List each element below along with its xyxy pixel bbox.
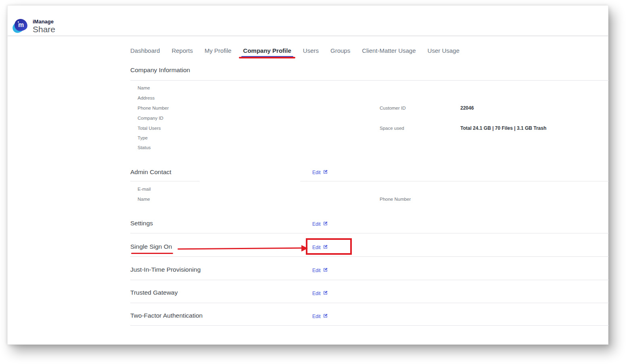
label-address: Address xyxy=(138,96,155,100)
single-sign-on-title: Single Sign On xyxy=(130,243,172,250)
edit-label: Edit xyxy=(312,170,321,175)
company-information-title: Company Information xyxy=(130,67,190,74)
divider xyxy=(130,325,609,326)
tab-user-usage[interactable]: User Usage xyxy=(428,47,460,54)
tab-dashboard[interactable]: Dashboard xyxy=(130,47,160,54)
imanage-logo-icon: m xyxy=(13,19,29,34)
imanage-share-logo: m iManage Share xyxy=(13,19,55,34)
edit-label: Edit xyxy=(312,291,321,296)
edit-icon xyxy=(323,290,328,297)
divider xyxy=(130,80,609,81)
tab-company-profile[interactable]: Company Profile xyxy=(243,47,291,54)
label-admin-phone: Phone Number xyxy=(380,197,411,202)
label-name: Name xyxy=(138,85,150,90)
logo-m-letter: m xyxy=(18,22,24,28)
edit-icon xyxy=(323,169,328,176)
red-annotation-sso-underline xyxy=(131,253,173,254)
trusted-gateway-edit-button[interactable]: Edit xyxy=(312,290,328,297)
tab-company-profile-label: Company Profile xyxy=(243,47,291,54)
label-email: E-mail xyxy=(138,187,151,191)
divider xyxy=(300,181,609,181)
app-header: m iManage Share xyxy=(8,6,608,36)
label-space-used: Space used xyxy=(380,126,404,131)
settings-edit-button[interactable]: Edit xyxy=(312,221,328,227)
label-customer-id: Customer ID xyxy=(380,106,406,110)
settings-title: Settings xyxy=(130,220,153,227)
edit-icon xyxy=(323,267,328,274)
red-annotation-arrow-line xyxy=(178,248,303,250)
two-factor-auth-title: Two-Factor Authentication xyxy=(130,312,203,319)
edit-label: Edit xyxy=(312,314,321,319)
divider xyxy=(130,256,609,257)
label-company-id: Company ID xyxy=(138,116,163,121)
label-phone-number: Phone Number xyxy=(138,106,169,110)
jit-provisioning-title: Just-In-Time Provisioning xyxy=(130,266,201,273)
label-type: Type xyxy=(138,135,148,140)
tab-users[interactable]: Users xyxy=(303,47,319,54)
red-annotation-tab-underline xyxy=(239,57,295,58)
app-window: m iManage Share Dashboard Reports My Pro… xyxy=(7,5,608,345)
jit-provisioning-edit-button[interactable]: Edit xyxy=(312,267,328,274)
edit-icon xyxy=(323,313,328,320)
label-admin-name: Name xyxy=(138,197,150,202)
trusted-gateway-title: Trusted Gateway xyxy=(130,289,178,296)
product-name: Share xyxy=(33,25,55,34)
two-factor-auth-edit-button[interactable]: Edit xyxy=(312,313,328,320)
edit-icon xyxy=(323,221,328,227)
brand-name: iManage xyxy=(33,19,55,25)
space-used-value: Total 24.1 GB | 70 Files | 3.1 GB Trash xyxy=(460,125,546,131)
tab-reports[interactable]: Reports xyxy=(171,47,193,54)
divider xyxy=(130,280,609,280)
red-annotation-edit-box xyxy=(306,238,352,255)
admin-contact-edit-button[interactable]: Edit xyxy=(312,169,328,176)
tab-client-matter-usage[interactable]: Client-Matter Usage xyxy=(362,47,416,54)
admin-nav-tabs: Dashboard Reports My Profile Company Pro… xyxy=(130,47,460,54)
divider xyxy=(130,303,609,303)
customer-id-value: 22046 xyxy=(460,105,474,111)
label-status: Status xyxy=(138,145,151,150)
logo-text: iManage Share xyxy=(33,19,55,34)
divider xyxy=(130,233,609,233)
edit-label: Edit xyxy=(312,221,321,227)
tab-groups[interactable]: Groups xyxy=(330,47,350,54)
tab-my-profile[interactable]: My Profile xyxy=(205,47,232,54)
label-total-users: Total Users xyxy=(138,126,161,131)
edit-label: Edit xyxy=(312,268,321,273)
admin-contact-title: Admin Contact xyxy=(130,168,171,176)
divider xyxy=(130,181,200,181)
